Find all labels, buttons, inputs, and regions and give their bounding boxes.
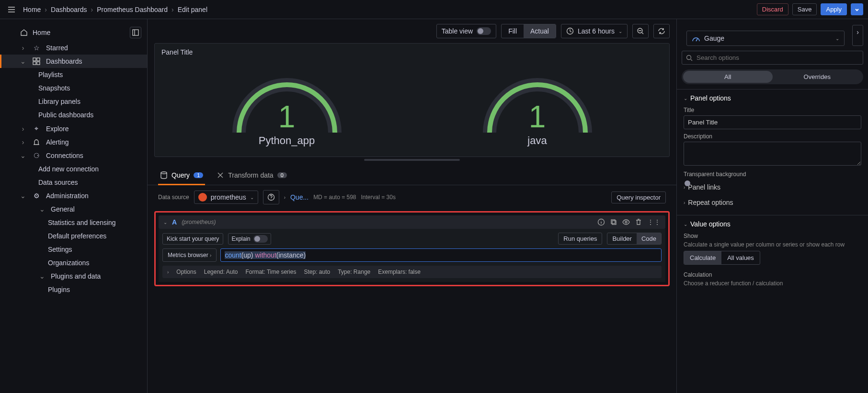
explain-toggle[interactable]: Explain [228, 233, 271, 245]
sidebar-item-public[interactable]: Public dashboards [0, 108, 147, 122]
apply-button[interactable]: Apply [821, 3, 847, 15]
breadcrumb-dashboard[interactable]: Prometheus Dashboard [97, 6, 168, 13]
svg-point-7 [161, 172, 167, 174]
query-datasource-label: (prometheus) [182, 219, 216, 225]
gauge-0: 1 Python_app [225, 66, 349, 147]
time-range-picker[interactable]: Last 6 hours ⌄ [561, 24, 628, 38]
show-toggle: Calculate All values [684, 251, 760, 265]
help-button[interactable] [263, 190, 279, 204]
sidebar-item-alerting[interactable]: ›Alerting [0, 135, 147, 149]
panel-toolbar: Table view Fill Actual Last 6 hours ⌄ [148, 19, 676, 43]
switch-icon [253, 235, 268, 243]
datasource-label: Data source [158, 194, 189, 201]
actual-button[interactable]: Actual [524, 24, 556, 38]
format-info: Format: Time series [245, 269, 296, 275]
chevron-right-icon: › [171, 6, 174, 13]
apply-chevron-button[interactable] [851, 3, 863, 15]
tab-query[interactable]: Query 1 [158, 168, 205, 185]
metrics-browser-button[interactable]: Metrics browser › [162, 248, 217, 262]
gear-icon: ⚙ [32, 192, 41, 200]
title-input[interactable] [684, 115, 861, 129]
overrides-tab[interactable]: Overrides [773, 71, 862, 83]
breadcrumb-dashboards[interactable]: Dashboards [51, 6, 87, 13]
panel-chevron-button[interactable]: › [852, 25, 863, 46]
fill-actual-toggle: Fill Actual [501, 24, 556, 38]
chevron-down-icon[interactable]: ⌄ [163, 220, 167, 225]
sidebar-item-datasources[interactable]: Data sources [0, 176, 147, 189]
query-inspector-button[interactable]: Query inspector [611, 191, 666, 203]
sidebar-item-snapshots[interactable]: Snapshots [0, 81, 147, 95]
calculate-button[interactable]: Calculate [684, 251, 721, 264]
query-controls: Data source prometheus ⌄ › Que... MD = a… [148, 185, 676, 209]
datasource-select[interactable]: prometheus ⌄ [194, 191, 258, 204]
switch-icon[interactable] [477, 27, 491, 35]
trash-icon[interactable] [635, 218, 642, 226]
topbar: Home › Dashboards › Prometheus Dashboard… [0, 0, 868, 19]
save-button[interactable]: Save [792, 3, 817, 15]
sidebar-item-addconn[interactable]: Add new connection [0, 162, 147, 176]
breadcrumb-home[interactable]: Home [23, 6, 41, 13]
sidebar-item-dashboards[interactable]: ⌄Dashboards [0, 55, 147, 68]
zoom-out-button[interactable] [632, 24, 649, 38]
query-row-header[interactable]: ⌄ A (prometheus) ⋮⋮ [159, 215, 665, 229]
calculation-label: Calculation [684, 271, 861, 278]
builder-button[interactable]: Builder [607, 233, 636, 244]
svg-rect-1 [33, 58, 36, 61]
section-panel-links[interactable]: ›Panel links [684, 180, 861, 195]
chevron-right-icon[interactable]: › [284, 195, 286, 200]
search-options-input[interactable] [682, 51, 863, 65]
eye-icon[interactable] [622, 218, 630, 226]
transform-count-badge: 0 [277, 172, 287, 178]
refresh-button[interactable] [653, 24, 670, 38]
query-expression-input[interactable]: count(up) without(instance) [220, 248, 662, 262]
sidebar-item-general[interactable]: ⌄General [0, 202, 147, 216]
breadcrumb-edit[interactable]: Edit panel [178, 6, 207, 13]
description-input[interactable] [684, 142, 861, 166]
sidebar-item-library[interactable]: Library panels [0, 95, 147, 108]
sidebar-item-admin[interactable]: ⌄⚙Administration [0, 189, 147, 202]
sidebar-item-orgs[interactable]: Organizations [0, 256, 147, 269]
chevron-down-icon: ⌄ [684, 96, 687, 101]
section-value-options[interactable]: ⌄Value options [684, 220, 861, 228]
database-icon [160, 171, 168, 179]
kick-start-button[interactable]: Kick start your query [162, 233, 223, 245]
sidebar-item-stats[interactable]: Statistics and licensing [0, 216, 147, 229]
all-tab[interactable]: All [683, 71, 773, 83]
sidebar-item-plugins[interactable]: Plugins [0, 283, 147, 296]
run-queries-button[interactable]: Run queries [558, 233, 602, 245]
chevron-down-icon: ⌄ [250, 195, 254, 200]
section-panel-options[interactable]: ⌄Panel options [684, 94, 861, 102]
query-row-highlight: ⌄ A (prometheus) ⋮⋮ Kick st [154, 211, 670, 286]
discard-button[interactable]: Discard [757, 3, 788, 15]
sidebar-item-connections[interactable]: ⌄⚆Connections [0, 149, 147, 162]
tab-transform[interactable]: Transform data 0 [215, 168, 289, 185]
sidebar-item-starred[interactable]: ›☆Starred [0, 41, 147, 55]
sidebar-item-defaults[interactable]: Default preferences [0, 229, 147, 243]
sidebar-item-settings[interactable]: Settings [0, 243, 147, 256]
fill-button[interactable]: Fill [502, 24, 524, 38]
step-info: Step: auto [304, 269, 330, 275]
collapse-sidebar-icon[interactable] [130, 27, 141, 38]
options-label[interactable]: Options [176, 269, 196, 275]
star-icon: ☆ [32, 44, 41, 52]
gauge-label: java [527, 135, 547, 147]
all-values-button[interactable]: All values [721, 251, 760, 264]
drag-handle-icon[interactable]: ⋮⋮ [647, 218, 661, 226]
svg-point-13 [687, 55, 691, 59]
chevron-right-icon[interactable]: › [167, 269, 169, 275]
menu-icon[interactable] [5, 3, 18, 16]
code-button[interactable]: Code [637, 233, 661, 244]
copy-icon[interactable] [610, 218, 617, 226]
query-options-link[interactable]: Que... [290, 193, 308, 201]
sidebar-item-explore[interactable]: ›⌖Explore [0, 122, 147, 135]
visualization-picker[interactable]: Gauge ⌄ [686, 31, 845, 46]
sidebar-item-home[interactable]: Home [33, 29, 130, 36]
table-view-toggle[interactable]: Table view [436, 24, 496, 38]
svg-rect-11 [612, 221, 616, 225]
sidebar-item-plugdata[interactable]: ⌄Plugins and data [0, 269, 147, 283]
sidebar-item-playlists[interactable]: Playlists [0, 68, 147, 81]
info-icon[interactable] [597, 218, 605, 226]
exemplars-info: Exemplars: false [378, 269, 421, 275]
section-repeat-options[interactable]: ›Repeat options [684, 195, 861, 210]
panel-title: Panel Title [161, 48, 662, 56]
